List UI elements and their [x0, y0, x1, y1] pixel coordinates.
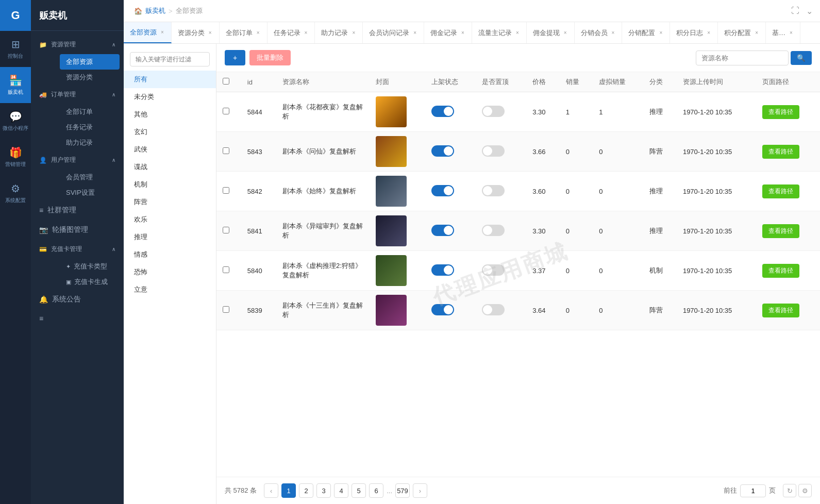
tab-all-orders-close[interactable]: ×: [256, 29, 261, 37]
nav-svip-settings[interactable]: SVIP设置: [60, 185, 120, 200]
page-6[interactable]: 6: [369, 483, 383, 498]
section-user[interactable]: 👤 用户管理 ∧: [31, 150, 124, 170]
tab-distributor-close[interactable]: ×: [611, 29, 616, 37]
expand-icon[interactable]: ⌄: [806, 6, 813, 16]
fullscreen-icon[interactable]: ⛶: [791, 6, 799, 15]
shelf-toggle[interactable]: [431, 106, 454, 117]
nav-collapse[interactable]: ≡: [31, 309, 124, 328]
tab-points-log[interactable]: 积分日志 ×: [670, 22, 718, 43]
tab-resource-category-close[interactable]: ×: [208, 29, 213, 37]
search-input[interactable]: [696, 51, 789, 65]
row-checkbox-4[interactable]: [223, 266, 229, 273]
nav-recharge-type[interactable]: ✦ 充值卡类型: [60, 259, 120, 274]
tab-dist-config-close[interactable]: ×: [658, 29, 663, 37]
filter-item-wuxia[interactable]: 武侠: [124, 141, 216, 158]
view-path-button[interactable]: 查看路径: [762, 105, 799, 119]
tab-more[interactable]: 基… ×: [766, 22, 800, 43]
shelf-toggle[interactable]: [482, 225, 505, 236]
tab-commission-close[interactable]: ×: [460, 29, 465, 37]
tab-traffic-close[interactable]: ×: [515, 29, 520, 37]
page-next[interactable]: ›: [413, 483, 427, 498]
tab-help-records-close[interactable]: ×: [351, 29, 356, 37]
tab-points-log-close[interactable]: ×: [706, 29, 711, 37]
nav-resource-category[interactable]: 资源分类: [60, 70, 120, 85]
shelf-toggle[interactable]: [431, 264, 454, 276]
page-prev[interactable]: ‹: [264, 483, 278, 498]
filter-item-liyi[interactable]: 立意: [124, 281, 216, 298]
shelf-toggle[interactable]: [431, 145, 454, 157]
sidebar-item-settings[interactable]: ⚙ 系统配置: [0, 175, 31, 211]
tab-withdraw[interactable]: 佣金提现 ×: [527, 22, 575, 43]
shelf-toggle[interactable]: [482, 185, 505, 196]
tab-withdraw-close[interactable]: ×: [563, 29, 568, 37]
shelf-toggle[interactable]: [431, 185, 454, 196]
tab-commission[interactable]: 佣金记录 ×: [424, 22, 472, 43]
tab-task-records-close[interactable]: ×: [304, 29, 309, 37]
filter-item-jizhi[interactable]: 机制: [124, 176, 216, 193]
add-button[interactable]: +: [225, 50, 245, 65]
page-1[interactable]: 1: [281, 483, 296, 498]
nav-recharge-gen[interactable]: ▣ 充值卡生成: [60, 274, 120, 290]
filter-item-tuili[interactable]: 推理: [124, 228, 216, 246]
shelf-toggle[interactable]: [482, 145, 505, 157]
shelf-toggle[interactable]: [482, 304, 505, 315]
view-path-button[interactable]: 查看路径: [762, 145, 799, 159]
tab-points-config[interactable]: 积分配置 ×: [718, 22, 766, 43]
filter-item-other[interactable]: 其他: [124, 106, 216, 123]
tab-all-resources[interactable]: 全部资源 ×: [124, 22, 172, 43]
section-order[interactable]: 🚚 订单管理 ∧: [31, 85, 124, 104]
row-checkbox-0[interactable]: [223, 108, 229, 114]
tab-dist-config[interactable]: 分销配置 ×: [622, 22, 670, 43]
view-path-button[interactable]: 查看路径: [762, 264, 799, 278]
filter-item-uncat[interactable]: 未分类: [124, 88, 216, 106]
sidebar-item-wechat[interactable]: 💬 微信小程序: [0, 103, 31, 139]
page-2[interactable]: 2: [299, 483, 313, 498]
page-3[interactable]: 3: [316, 483, 331, 498]
tab-points-config-close[interactable]: ×: [754, 29, 759, 37]
search-button[interactable]: 🔍: [791, 51, 812, 65]
shelf-toggle[interactable]: [482, 106, 505, 117]
nav-notice[interactable]: 🔔 系统公告: [31, 290, 124, 309]
section-recharge[interactable]: 💳 充值卡管理 ∧: [31, 240, 124, 259]
row-checkbox-1[interactable]: [223, 147, 229, 154]
filter-item-zheny[interactable]: 阵营: [124, 193, 216, 211]
tab-task-records[interactable]: 任务记录 ×: [267, 22, 315, 43]
nav-all-orders[interactable]: 全部订单: [60, 104, 120, 120]
filter-item-all[interactable]: 所有: [124, 71, 216, 88]
tab-all-orders[interactable]: 全部订单 ×: [220, 22, 267, 43]
sidebar-item-marketing[interactable]: 🎁 营销管理: [0, 139, 31, 175]
batch-delete-button[interactable]: 批量删除: [249, 50, 291, 65]
sidebar-item-vending[interactable]: 🏪 贩卖机: [0, 67, 31, 103]
filter-item-xuanhuan[interactable]: 玄幻: [124, 123, 216, 141]
sidebar-item-dashboard[interactable]: ⊞ 控制台: [0, 31, 31, 67]
tab-more-close[interactable]: ×: [789, 29, 794, 37]
shelf-toggle[interactable]: [482, 264, 505, 276]
row-checkbox-5[interactable]: [223, 306, 229, 313]
tab-traffic[interactable]: 流量主记录 ×: [472, 22, 527, 43]
tab-all-resources-close[interactable]: ×: [160, 28, 165, 36]
nav-all-resources[interactable]: 全部资源: [60, 54, 120, 70]
filter-item-huanle[interactable]: 欢乐: [124, 211, 216, 228]
refresh-icon[interactable]: ↻: [783, 484, 796, 497]
tab-resource-category[interactable]: 资源分类 ×: [172, 22, 220, 43]
view-path-button[interactable]: 查看路径: [762, 224, 799, 238]
tab-member-access[interactable]: 会员访问记录 ×: [363, 22, 424, 43]
nav-banner[interactable]: 📷 轮播图管理: [31, 220, 124, 240]
shelf-toggle[interactable]: [431, 225, 454, 236]
filter-item-kongbu[interactable]: 恐怖: [124, 263, 216, 281]
page-4[interactable]: 4: [334, 483, 348, 498]
goto-input[interactable]: [740, 484, 766, 497]
nav-member-mgmt[interactable]: 会员管理: [60, 170, 120, 185]
view-path-button[interactable]: 查看路径: [762, 304, 799, 317]
nav-help-records[interactable]: 助力记录: [60, 135, 120, 150]
filter-item-diez[interactable]: 谍战: [124, 158, 216, 176]
shelf-toggle[interactable]: [431, 304, 454, 315]
page-579[interactable]: 579: [395, 483, 410, 498]
tab-distributor[interactable]: 分销会员 ×: [575, 22, 623, 43]
page-5[interactable]: 5: [352, 483, 366, 498]
filter-item-qingg[interactable]: 情感: [124, 246, 216, 263]
tab-member-access-close[interactable]: ×: [412, 29, 417, 37]
nav-task-records[interactable]: 任务记录: [60, 120, 120, 135]
settings-icon[interactable]: ⚙: [798, 484, 812, 497]
nav-community[interactable]: ≡ 社群管理: [31, 200, 124, 220]
